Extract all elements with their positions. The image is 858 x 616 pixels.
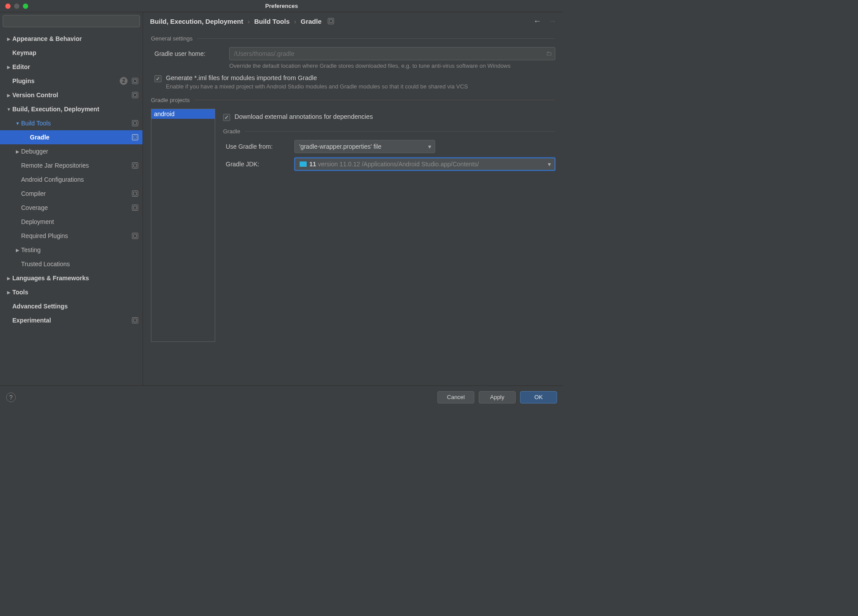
tree-remote-jar[interactable]: Remote Jar Repositories	[0, 158, 143, 172]
plugins-badge: 2	[120, 77, 128, 85]
tree-android-configurations[interactable]: Android Configurations	[0, 172, 143, 187]
content: General settings Gradle user home: 🗀 Ove…	[143, 30, 563, 385]
chevron-down-icon: ▼	[14, 121, 21, 126]
body: ⌕ ▶Appearance & Behavior Keymap ▶Editor …	[0, 12, 563, 385]
back-button[interactable]: ←	[533, 17, 541, 26]
project-item-android[interactable]: android	[151, 109, 215, 119]
window-title: Preferences	[265, 3, 298, 9]
tree-advanced-settings[interactable]: Advanced Settings	[0, 299, 143, 313]
generate-iml-help: Enable if you have a mixed project with …	[166, 83, 555, 90]
zoom-window-icon[interactable]	[23, 4, 28, 9]
general-settings-section: General settings Gradle user home: 🗀 Ove…	[151, 35, 555, 90]
chevron-right-icon: ▶	[5, 276, 12, 281]
tree-gradle[interactable]: Gradle	[0, 130, 143, 144]
settings-scope-icon	[328, 18, 334, 24]
chevron-down-icon: ▾	[548, 161, 551, 168]
crumb-gradle: Gradle	[301, 18, 322, 25]
minimize-window-icon[interactable]	[14, 4, 19, 9]
gradle-home-label: Gradle user home:	[154, 50, 221, 57]
settings-tree: ▶Appearance & Behavior Keymap ▶Editor Pl…	[0, 30, 143, 385]
settings-scope-icon	[132, 92, 138, 98]
crumb-build-tools[interactable]: Build Tools	[254, 18, 290, 25]
window-controls	[0, 4, 28, 9]
help-button[interactable]: ?	[6, 392, 16, 402]
settings-scope-icon	[132, 162, 138, 169]
download-annotations-label: Download external annotations for depend…	[235, 113, 373, 120]
gradle-jdk-select[interactable]: 11 version 11.0.12 /Applications/Android…	[294, 158, 555, 171]
titlebar: Preferences	[0, 0, 563, 12]
chevron-right-icon: ▶	[5, 65, 12, 70]
tree-coverage[interactable]: Coverage	[0, 201, 143, 215]
tree-version-control[interactable]: ▶Version Control	[0, 88, 143, 102]
apply-button[interactable]: Apply	[479, 391, 516, 403]
tree-required-plugins[interactable]: Required Plugins	[0, 229, 143, 243]
chevron-right-icon: ▶	[14, 149, 21, 154]
crumb-bed[interactable]: Build, Execution, Deployment	[150, 18, 243, 25]
main-panel: Build, Execution, Deployment › Build Too…	[143, 12, 563, 385]
gradle-home-input[interactable]	[229, 47, 555, 60]
tree-testing[interactable]: ▶Testing	[0, 243, 143, 257]
gradle-projects-title: Gradle projects	[151, 97, 190, 103]
settings-scope-icon	[132, 317, 138, 323]
ok-button[interactable]: OK	[520, 391, 557, 403]
settings-scope-icon	[132, 134, 138, 140]
cancel-button[interactable]: Cancel	[437, 391, 474, 403]
chevron-down-icon: ▾	[428, 143, 431, 150]
folder-icon[interactable]: 🗀	[546, 50, 552, 57]
chevron-right-icon: ▶	[14, 248, 21, 253]
general-settings-title: General settings	[151, 35, 193, 42]
settings-scope-icon	[132, 205, 138, 211]
chevron-right-icon: ▶	[5, 37, 12, 41]
chevron-right-icon: ▶	[5, 290, 12, 295]
project-details: Download external annotations for depend…	[223, 109, 555, 342]
tree-tools[interactable]: ▶Tools	[0, 285, 143, 299]
chevron-right-icon: ▶	[5, 93, 12, 98]
jdk-version: 11	[309, 161, 316, 168]
tree-plugins[interactable]: Plugins2	[0, 74, 143, 88]
close-window-icon[interactable]	[5, 4, 11, 9]
settings-scope-icon	[132, 191, 138, 197]
footer: ? Cancel Apply OK	[0, 385, 563, 408]
project-list[interactable]: android	[151, 109, 215, 342]
tree-experimental[interactable]: Experimental	[0, 313, 143, 327]
gradle-jdk-label: Gradle JDK:	[226, 161, 287, 168]
tree-trusted-locations[interactable]: Trusted Locations	[0, 257, 143, 271]
use-gradle-from-label: Use Gradle from:	[226, 143, 287, 150]
tree-deployment[interactable]: Deployment	[0, 215, 143, 229]
tree-build-tools[interactable]: ▼Build Tools	[0, 116, 143, 130]
use-gradle-from-select[interactable]: 'gradle-wrapper.properties' file ▾	[294, 140, 435, 153]
gradle-projects-section: Gradle projects android Download externa…	[151, 97, 555, 342]
jdk-path: version 11.0.12 /Applications/Android St…	[318, 161, 479, 168]
jdk-icon	[300, 161, 307, 167]
download-annotations-checkbox[interactable]	[223, 114, 230, 121]
settings-scope-icon	[132, 78, 138, 84]
chevron-right-icon: ›	[294, 18, 296, 25]
use-gradle-from-value: 'gradle-wrapper.properties' file	[299, 143, 381, 150]
gradle-subsection-title: Gradle	[223, 128, 240, 135]
tree-languages[interactable]: ▶Languages & Frameworks	[0, 271, 143, 285]
sidebar: ⌕ ▶Appearance & Behavior Keymap ▶Editor …	[0, 12, 143, 385]
generate-iml-label: Generate *.iml files for modules importe…	[166, 74, 317, 81]
breadcrumb: Build, Execution, Deployment › Build Too…	[143, 12, 563, 30]
tree-compiler[interactable]: Compiler	[0, 187, 143, 201]
tree-keymap[interactable]: Keymap	[0, 46, 143, 60]
chevron-right-icon: ›	[248, 18, 250, 25]
chevron-down-icon: ▼	[5, 107, 12, 112]
tree-bed[interactable]: ▼Build, Execution, Deployment	[0, 102, 143, 116]
settings-scope-icon	[132, 233, 138, 239]
forward-button: →	[548, 17, 556, 26]
search-input[interactable]	[3, 15, 140, 27]
preferences-window: Preferences ⌕ ▶Appearance & Behavior Key…	[0, 0, 563, 408]
generate-iml-checkbox[interactable]	[154, 75, 161, 82]
gradle-home-help: Override the default location where Grad…	[229, 62, 555, 70]
tree-editor[interactable]: ▶Editor	[0, 60, 143, 74]
settings-scope-icon	[132, 120, 138, 126]
tree-debugger[interactable]: ▶Debugger	[0, 144, 143, 158]
tree-appearance[interactable]: ▶Appearance & Behavior	[0, 32, 143, 46]
